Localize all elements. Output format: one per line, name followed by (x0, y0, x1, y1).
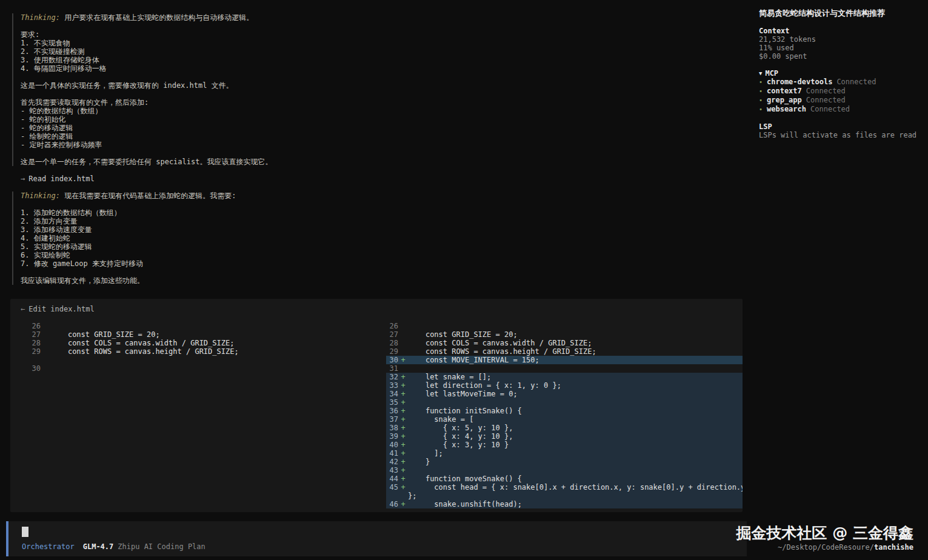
plan-item: - 蛇的初始化 (21, 115, 745, 124)
plus-sign-icon: + (398, 381, 408, 390)
thinking-paragraph: 首先我需要读取现有的文件，然后添加: (21, 98, 745, 107)
plus-sign-icon: + (398, 432, 408, 441)
step-item: 3. 添加移动速度变量 (21, 225, 745, 234)
text-cursor (22, 527, 28, 537)
diff-row: 29 const ROWS = canvas.height / GRID_SIZ… (386, 347, 743, 356)
read-file-action[interactable]: →Read index.html (21, 175, 745, 183)
diff-row: 28 const COLS = canvas.width / GRID_SIZE… (386, 339, 743, 347)
line-number: 34 (386, 390, 398, 398)
code-text: const ROWS = canvas.height / GRID_SIZE; (408, 347, 743, 356)
prompt-input-area[interactable]: OrchestratorGLM-4.7Zhipu AI Coding Plan (6, 521, 747, 556)
chevron-down-icon[interactable]: ▼ (759, 70, 762, 76)
code-text: function initSnake() { (408, 407, 743, 415)
line-number: 26 (28, 322, 41, 330)
code-text: let lastMoveTime = 0; (408, 390, 743, 398)
mcp-item-grep-app[interactable]: •grep_appConnected (759, 96, 923, 105)
diff-row-added: 35+ (386, 398, 743, 407)
line-number: 31 (386, 364, 398, 373)
step-item: 4. 创建初始蛇 (21, 234, 745, 242)
diff-row: 26 (386, 322, 743, 330)
step-item: 6. 实现绘制蛇 (21, 251, 745, 259)
line-number: 39 (386, 432, 398, 441)
diff-row-added: 30+ const MOVE_INTERVAL = 150; (386, 356, 743, 364)
step-item: 7. 修改 gameLoop 来支持定时移动 (21, 259, 745, 268)
mcp-item-context7[interactable]: •context7Connected (759, 87, 923, 96)
plus-sign-icon: + (398, 356, 408, 364)
line-number: 38 (386, 424, 398, 432)
spacer (21, 200, 745, 208)
lsp-heading: LSP (759, 122, 923, 131)
thinking-intro-text: 现在我需要在现有代码基础上添加蛇的逻辑。我需要: (64, 192, 236, 200)
context-tokens: 21,532 tokens (759, 35, 923, 44)
code-text: { x: 4, y: 10 }, (408, 432, 743, 441)
mcp-server-name: chrome-devtools (767, 78, 832, 86)
spacer (8, 183, 745, 192)
context-spent: $0.00 spent (759, 52, 923, 61)
code-text: snake = [ (408, 415, 743, 424)
step-item: 1. 添加蛇的数据结构（数组） (21, 208, 745, 217)
plus-sign-icon: + (398, 475, 408, 483)
diff-row-added: 43+ (386, 466, 743, 475)
path-folder: tanchishe (874, 543, 913, 552)
thinking-block-2: Thinking: 现在我需要在现有代码基础上添加蛇的逻辑。我需要: 1. 添加… (12, 192, 745, 285)
line-number: 43 (386, 466, 398, 475)
step-item: 5. 实现蛇的移动逻辑 (21, 242, 745, 251)
bullet-icon: • (759, 87, 767, 96)
edit-file-action[interactable]: ←Edit index.html (21, 305, 95, 313)
line-number: 35 (386, 398, 398, 407)
mcp-header[interactable]: ▼MCP (759, 69, 923, 78)
diff-row-added: 41+ ]; (386, 449, 743, 458)
read-file-label: Read index.html (28, 175, 94, 183)
plus-sign-icon: + (398, 449, 408, 458)
watermark-text: 掘金技术社区 @ 三金得鑫 (736, 525, 913, 542)
mcp-status: Connected (806, 96, 846, 104)
mcp-heading: MCP (765, 69, 778, 78)
thinking-block-1: Thinking: 用户要求在现有基础上实现蛇的数据结构与自动移动逻辑。 要求:… (12, 13, 745, 166)
spacer (21, 73, 745, 81)
agent-mode-label[interactable]: Orchestrator (22, 542, 75, 551)
plus-sign-icon: + (398, 424, 408, 432)
edit-diff-panel: ←Edit index.html 26 27 const GRID_SIZE =… (10, 299, 743, 512)
diff-row: 29 const ROWS = canvas.height / GRID_SIZ… (28, 347, 368, 356)
plan-item: - 绘制蛇的逻辑 (21, 132, 745, 141)
spacer (8, 166, 745, 175)
code-text: const COLS = canvas.width / GRID_SIZE; (50, 339, 368, 347)
spacer (21, 268, 745, 276)
diff-row-added: 39+ { x: 4, y: 10 }, (386, 432, 743, 441)
diff-row-added: 45+ const head = { x: snake[0].x + direc… (386, 483, 743, 500)
context-sidebar: 简易贪吃蛇结构设计与文件结构推荐 Context 21,532 tokens 1… (759, 8, 923, 148)
chat-transcript: Thinking: 用户要求在现有基础上实现蛇的数据结构与自动移动逻辑。 要求:… (8, 13, 745, 285)
diff-row-added: 44+ function moveSnake() { (386, 475, 743, 483)
mcp-item-chrome-devtools[interactable]: •chrome-devtoolsConnected (759, 78, 923, 87)
requirement-item: 4. 每隔固定时间移动一格 (21, 64, 745, 73)
mcp-item-websearch[interactable]: •websearchConnected (759, 105, 923, 114)
plus-sign-icon: + (398, 415, 408, 424)
plus-sign-icon: + (398, 441, 408, 449)
bullet-icon: • (759, 78, 767, 87)
diff-row: 31 (386, 364, 743, 373)
spacer (21, 22, 745, 30)
diff-row-added: 40+ { x: 3, y: 10 } (386, 441, 743, 449)
thinking-label: Thinking: (21, 13, 60, 22)
step-item: 2. 添加方向变量 (21, 217, 745, 225)
line-number: 40 (386, 441, 398, 449)
code-text: const MOVE_INTERVAL = 150; (408, 356, 743, 364)
line-number: 30 (386, 356, 398, 364)
diff-before-column: 26 27 const GRID_SIZE = 20; 28 const COL… (28, 322, 368, 373)
requirement-item: 1. 不实现食物 (21, 39, 745, 47)
diff-row: 27 const GRID_SIZE = 20; (386, 330, 743, 339)
diff-row: 28 const COLS = canvas.width / GRID_SIZE… (28, 339, 368, 347)
line-number: 32 (386, 373, 398, 381)
line-number: 27 (386, 330, 398, 339)
requirements-header: 要求: (21, 30, 745, 39)
code-text: { x: 3, y: 10 } (408, 441, 743, 449)
path-prefix: ~/Desktop/CodeResoure/ (778, 543, 874, 552)
bullet-icon: • (759, 96, 767, 105)
line-number: 42 (386, 458, 398, 466)
mcp-server-name: websearch (767, 105, 806, 113)
diff-row (28, 356, 368, 364)
thinking-outro: 我应该编辑现有文件，添加这些功能。 (21, 276, 745, 285)
code-text: ]; (408, 449, 743, 458)
line-number: 45 (386, 483, 398, 492)
model-label[interactable]: GLM-4.7 (83, 542, 114, 551)
